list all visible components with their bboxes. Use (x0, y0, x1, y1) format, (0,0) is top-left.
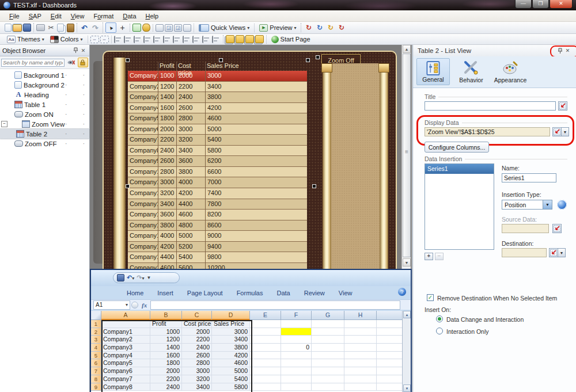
scroll-up-icon[interactable]: ▲ (403, 311, 411, 318)
radio-interaction-only[interactable] (436, 328, 443, 334)
hide-visibility-icon[interactable] (66, 58, 77, 67)
canvas-grow-icon[interactable] (165, 24, 173, 32)
binding-options-caret[interactable]: ▼ (562, 127, 569, 136)
cell-E8[interactable] (250, 375, 281, 383)
cell-D9[interactable]: 5800 (212, 383, 250, 391)
undo-icon[interactable]: ↶▾ (127, 274, 134, 281)
close-panel-icon[interactable]: ✕ (79, 47, 87, 54)
cell-B1[interactable]: Profit (150, 320, 182, 328)
scrollbar-thumb[interactable] (403, 54, 411, 257)
column-header-D[interactable]: D (212, 311, 250, 320)
dashboard-table-component[interactable]: ProfitCost priceSales PriceCompany110002… (128, 62, 307, 269)
series-list-item[interactable]: Series1 (425, 164, 494, 174)
column-header-C[interactable]: C (182, 311, 212, 320)
lock-icon[interactable] (78, 58, 89, 67)
component-add-icon[interactable] (118, 23, 127, 32)
order-forward-icon[interactable] (236, 35, 244, 43)
cell-E3[interactable] (250, 336, 281, 344)
row-header-1[interactable]: 1 (91, 320, 101, 328)
ribbon-tab-formulas[interactable]: Formulas (230, 288, 270, 298)
cell-binding-icon[interactable] (558, 101, 567, 111)
tree-item-zoom-off[interactable]: Zoom OFF·· (0, 139, 89, 149)
start-page-button[interactable]: Start Page (269, 35, 313, 44)
cell-A9[interactable]: Company8 (101, 383, 150, 391)
column-header-F[interactable]: F (281, 311, 312, 320)
tab-behavior[interactable]: Behavior (454, 58, 488, 85)
cell-E7[interactable] (250, 367, 281, 375)
selection-handle[interactable] (126, 58, 130, 62)
align-center-icon[interactable] (124, 36, 132, 43)
cell-F8[interactable] (281, 375, 312, 383)
visibility-lock-dots[interactable]: ·· (65, 72, 89, 78)
ribbon-tab-insert[interactable]: Insert (150, 288, 180, 298)
cell-C7[interactable]: 3000 (182, 367, 212, 375)
cell-C5[interactable]: 2600 (182, 352, 212, 360)
cell-E9[interactable] (250, 383, 281, 391)
cell-A4[interactable]: Company3 (101, 344, 150, 352)
binding-options-caret[interactable]: ▼ (558, 248, 566, 257)
cell-D2[interactable]: 3000 (212, 328, 250, 336)
menu-format[interactable]: Format (89, 12, 118, 21)
cell-C8[interactable]: 3200 (182, 375, 212, 383)
row-header-5[interactable]: 5 (91, 352, 101, 360)
visibility-lock-dots[interactable]: ·· (65, 140, 89, 147)
selection-handle[interactable] (219, 58, 223, 62)
column-header-E[interactable]: E (250, 311, 281, 320)
cell-D7[interactable]: 5000 (212, 367, 250, 375)
cell-G8[interactable] (312, 375, 344, 383)
cell-H9[interactable] (344, 383, 377, 391)
tree-item-table-1[interactable]: Table 1·· (0, 100, 89, 109)
cell-A3[interactable]: Company2 (101, 336, 150, 344)
insert-function-icon[interactable] (131, 302, 138, 309)
zoom-view-panel[interactable] (323, 63, 388, 269)
cell-B3[interactable]: 1200 (150, 336, 182, 344)
scroll-down-icon[interactable]: ▼ (403, 385, 411, 392)
tab-appearance[interactable]: Appearance (491, 58, 529, 85)
redo-icon[interactable] (90, 23, 100, 32)
cell-H1[interactable] (344, 320, 377, 328)
selection-handle[interactable] (306, 58, 310, 62)
menu-view[interactable]: View (66, 12, 89, 21)
align-middle-icon[interactable] (153, 36, 162, 43)
menu-sap[interactable]: SAP (24, 12, 46, 21)
series-listbox[interactable]: Series1 (425, 163, 494, 250)
row-header-7[interactable]: 7 (91, 367, 101, 375)
tree-item-zoom-on[interactable]: Zoom ON·· (0, 109, 89, 119)
cell-B5[interactable]: 1600 (150, 352, 182, 360)
sap-export-icon[interactable] (336, 23, 346, 32)
save-icon[interactable] (23, 24, 31, 32)
cell-A1[interactable] (101, 320, 150, 328)
order-back-icon[interactable] (255, 35, 264, 43)
tree-item-background-2[interactable]: Background 2·· (0, 80, 89, 90)
same-height-icon[interactable] (202, 36, 211, 43)
group-icon[interactable] (90, 36, 99, 43)
cell-D4[interactable]: 3800 (212, 344, 250, 352)
ungroup-icon[interactable] (100, 36, 109, 43)
cell-A6[interactable]: Company5 (101, 359, 150, 367)
cell-G1[interactable] (312, 320, 344, 328)
cell-F3[interactable] (281, 336, 312, 344)
cell-E2[interactable] (250, 328, 281, 336)
print-icon[interactable] (36, 24, 45, 31)
same-size-icon[interactable] (212, 36, 221, 43)
cell-H4[interactable] (344, 344, 377, 352)
name-box[interactable]: A1▾ (93, 300, 130, 310)
column-header-B[interactable]: B (150, 311, 182, 320)
cell-E5[interactable] (250, 352, 281, 360)
canvas-fit-icon[interactable] (156, 24, 164, 32)
collapse-expander-icon[interactable]: − (1, 121, 7, 127)
cell-F6[interactable] (281, 359, 312, 367)
align-left-icon[interactable] (114, 36, 123, 43)
visibility-lock-dots[interactable]: ·· (65, 111, 89, 117)
sap-publish-icon[interactable] (304, 23, 313, 32)
cell-A2[interactable]: Company1 (101, 328, 150, 336)
ribbon-tab-review[interactable]: Review (297, 288, 332, 298)
sap-retrieve-icon[interactable] (314, 23, 324, 32)
row-header-8[interactable]: 8 (91, 375, 101, 383)
background-object-edge[interactable] (93, 61, 103, 264)
help-icon[interactable]: ? (398, 288, 406, 296)
column-header-H[interactable]: H (344, 311, 377, 320)
visibility-lock-dots[interactable]: ·· (65, 131, 89, 137)
cell-B4[interactable]: 1400 (150, 344, 182, 352)
cell-H3[interactable] (344, 336, 377, 344)
